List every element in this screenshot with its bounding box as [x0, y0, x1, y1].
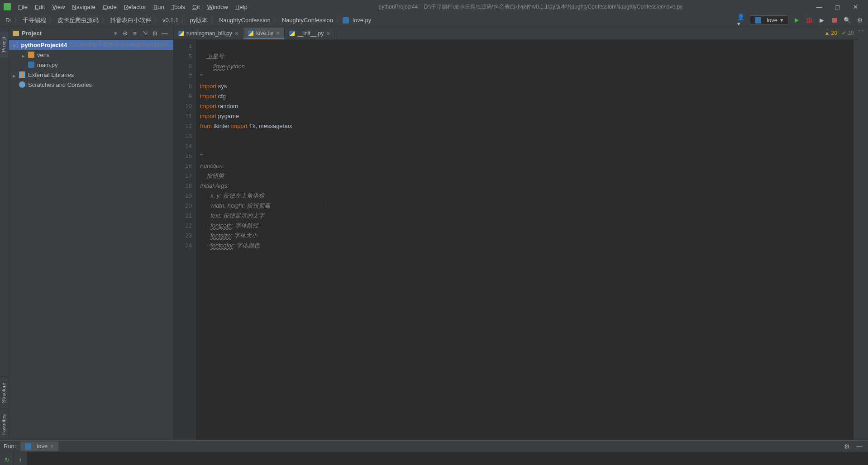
code-line[interactable]: --x, y: 按钮左上角坐标	[200, 191, 854, 201]
tree-node-venv[interactable]: venv	[9, 50, 173, 60]
menu-view[interactable]: View	[48, 2, 68, 12]
close-window-button[interactable]: ✕	[846, 0, 864, 14]
breadcrumb-segment[interactable]: 千寻编程	[21, 15, 48, 25]
console-output[interactable]: C:\Users\你不配拥有这台电脑\AppData\Local\Program…	[27, 452, 868, 465]
stop-button[interactable]	[830, 16, 839, 25]
code-line[interactable]: --fontcolor: 字体颜色	[200, 241, 854, 251]
hide-panel-icon[interactable]: —	[160, 28, 170, 38]
code-line[interactable]: import cfg	[200, 91, 854, 101]
editor-tabs: runningman_bili.py×love.py×__init__.py×	[174, 27, 859, 40]
up-trace-icon[interactable]: ↑	[16, 455, 25, 464]
editor-tab[interactable]: love.py×	[243, 28, 285, 39]
code-line[interactable]: '''	[200, 71, 854, 81]
code-line[interactable]: 卫星号:	[200, 52, 854, 62]
breadcrumb-segment[interactable]: py版本	[188, 15, 210, 25]
breadcrumb-segment[interactable]: 皮卡丘爬虫源码	[56, 15, 100, 25]
code-line[interactable]: '''	[200, 151, 854, 161]
breadcrumb-separator-icon: 〉	[210, 16, 216, 24]
run-tool-tab[interactable]: love ×	[20, 441, 58, 451]
run-tool-window: Run: love × — ↻ 📌 ✕ ↑ ↓ ↩ ⤓ 🖶 🗑 C:\Users…	[0, 440, 868, 465]
search-everywhere-icon[interactable]	[843, 16, 852, 25]
code-area[interactable]: 卫星号: ilove-python'''import sysimport cfg…	[196, 40, 854, 440]
expand-all-icon[interactable]: ≡	[130, 28, 140, 38]
menu-run[interactable]: Run	[150, 2, 168, 12]
breadcrumb-segment[interactable]: 抖音表白小软件	[108, 15, 153, 25]
breadcrumb-segment[interactable]: v0.1.1	[161, 16, 180, 24]
menu-help[interactable]: Help	[232, 2, 251, 12]
collapse-all-icon[interactable]: ⇲	[140, 28, 150, 38]
spacer	[22, 62, 26, 67]
breadcrumb-separator-icon: 〉	[181, 16, 187, 24]
breadcrumb-segment[interactable]: D:	[4, 16, 13, 24]
add-config-icon[interactable]: 👤▾	[737, 16, 746, 25]
menu-edit[interactable]: Edit	[31, 2, 48, 12]
menu-tools[interactable]: Tools	[168, 2, 189, 12]
code-line[interactable]: import sys	[200, 81, 854, 91]
tree-node-main[interactable]: main.py	[9, 60, 173, 70]
settings-icon[interactable]	[855, 16, 864, 25]
code-line[interactable]: 按钮类	[200, 171, 854, 181]
rerun-button[interactable]: ↻	[2, 455, 11, 464]
run-settings-icon[interactable]	[842, 441, 852, 451]
project-tree[interactable]: pythonProject44 C:\Users\你不配拥有这台电脑\Pycha…	[9, 40, 173, 90]
tree-node-ext-lib[interactable]: External Libraries	[9, 70, 173, 80]
app-icon	[4, 3, 11, 10]
code-line[interactable]: from tkinter import Tk, messagebox	[200, 121, 854, 131]
breadcrumb-segment[interactable]: NaughtyConfession	[280, 16, 335, 24]
code-line[interactable]: --fontsize: 字体大小	[200, 231, 854, 241]
project-panel-header: Project ▾ ⊕ ≡ ⇲ —	[9, 27, 173, 40]
expand-arrow-icon[interactable]	[13, 72, 17, 77]
menu-code[interactable]: Code	[99, 2, 120, 12]
menu-file[interactable]: File	[14, 2, 31, 12]
code-line[interactable]	[200, 131, 854, 141]
menu-navigate[interactable]: Navigate	[68, 2, 99, 12]
tree-root[interactable]: pythonProject44 C:\Users\你不配拥有这台电脑\Pycha…	[9, 40, 173, 50]
tree-node-scratches[interactable]: Scratches and Consoles	[9, 80, 173, 90]
code-line[interactable]: import pygame	[200, 111, 854, 121]
warnings-badge[interactable]: ▲ 20	[824, 30, 837, 36]
code-line[interactable]	[200, 141, 854, 151]
breadcrumb-segment[interactable]: NaughtyConfession	[217, 16, 272, 24]
code-line[interactable]	[200, 42, 854, 52]
view-mode-chevron-icon[interactable]: ▾	[114, 30, 117, 37]
structure-tool-tab[interactable]: Structure	[0, 377, 9, 408]
favorites-tool-tab[interactable]: Favorites	[0, 408, 9, 440]
expand-arrow-icon[interactable]	[22, 52, 26, 57]
inspection-chevron-icon[interactable]: ˆ ˇ	[858, 30, 863, 36]
close-tab-icon[interactable]: ×	[276, 29, 280, 37]
menu-refactor[interactable]: Refactor	[120, 2, 150, 12]
code-line[interactable]: import random	[200, 101, 854, 111]
project-tool-tab[interactable]: Project	[0, 31, 9, 57]
error-stripe[interactable]	[854, 40, 859, 440]
weak-warnings-badge[interactable]: ✔ 19	[842, 30, 854, 36]
hide-run-icon[interactable]: —	[854, 441, 864, 451]
expand-arrow-icon[interactable]	[13, 43, 16, 47]
code-line[interactable]: --width, height: 按钮宽高	[200, 201, 854, 211]
maximize-button[interactable]: ▢	[828, 0, 846, 14]
run-button[interactable]	[792, 16, 801, 25]
coverage-button[interactable]: ▶	[817, 16, 826, 25]
code-line[interactable]: Function:	[200, 161, 854, 171]
editor-tab[interactable]: runningman_bili.py×	[174, 28, 243, 39]
inspection-bar[interactable]: ▲ 20 ✔ 19 ˆ ˇ	[824, 30, 863, 36]
code-line[interactable]: --fontpath: 字体路径	[200, 221, 854, 231]
editor-tab[interactable]: __init__.py×	[285, 28, 335, 39]
run-config-selector[interactable]: love ▾	[750, 15, 788, 25]
menu-git[interactable]: Git	[189, 2, 204, 12]
titlebar: FileEditViewNavigateCodeRefactorRunTools…	[0, 0, 868, 14]
code-line[interactable]: ilove-python	[200, 62, 854, 71]
code-line[interactable]: --text: 按钮显示的文字	[200, 211, 854, 221]
locate-icon[interactable]: ⊕	[120, 28, 130, 38]
folder-icon	[28, 52, 34, 58]
close-icon[interactable]: ×	[50, 443, 54, 450]
panel-settings-icon[interactable]	[150, 28, 160, 38]
tree-label: Scratches and Consoles	[28, 81, 92, 88]
menu-window[interactable]: Window	[204, 2, 232, 12]
line-number-gutter[interactable]: 456789101112131415161718192021222324	[174, 40, 196, 440]
minimize-button[interactable]: —	[810, 0, 828, 14]
close-tab-icon[interactable]: ×	[235, 30, 238, 37]
close-tab-icon[interactable]: ×	[326, 30, 330, 37]
code-line[interactable]: Initial Args:	[200, 181, 854, 191]
breadcrumb-segment[interactable]: love.py	[351, 16, 373, 24]
debug-button[interactable]: 🐞	[805, 16, 814, 25]
